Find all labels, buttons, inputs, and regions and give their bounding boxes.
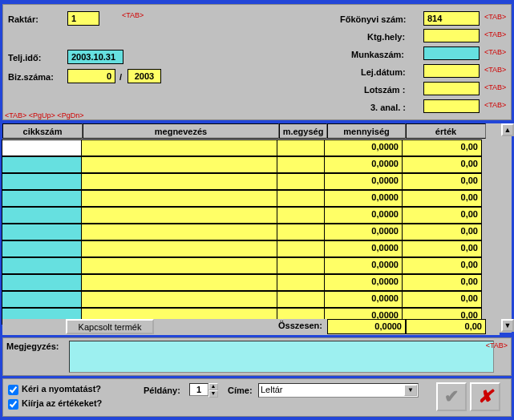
cell-megyseg[interactable] [277,224,325,240]
cell-megyseg[interactable] [277,274,325,291]
cell-mennyiseg[interactable]: 0,0000 [324,224,403,240]
header-mennyiseg[interactable]: mennyiség [327,123,406,139]
cell-megyseg[interactable] [277,156,325,173]
cell-megyseg[interactable] [277,173,325,190]
raktar-field[interactable]: 1 [67,11,99,26]
munkaszam-field[interactable] [423,46,480,60]
cell-mennyiseg[interactable]: 0,0000 [324,207,403,224]
values-checkbox[interactable]: Kiírja az értékeket? [8,398,102,410]
bizszama-field-1[interactable]: 0 [67,69,115,83]
cell-megnevezes[interactable] [81,274,277,291]
cell-megyseg[interactable] [277,139,325,156]
print-checkbox-input[interactable] [8,385,18,395]
cell-cikkszam[interactable] [2,156,82,173]
scroll-up-button[interactable]: ▲ [501,123,514,136]
cell-ertek[interactable]: 0,00 [402,207,482,224]
cell-ertek[interactable]: 0,00 [402,291,482,308]
cell-megnevezes[interactable] [81,207,277,224]
cell-megnevezes[interactable] [81,173,277,190]
ktghely-label: Ktg.hely: [367,32,405,42]
cell-cikkszam[interactable] [2,173,82,190]
cell-ertek[interactable]: 0,00 [402,190,482,207]
cancel-button[interactable]: ✘ [470,382,500,411]
cell-ertek[interactable]: 0,00 [402,274,482,291]
values-checkbox-input[interactable] [8,399,18,410]
ok-button[interactable]: ✔ [436,382,467,411]
cell-ertek[interactable]: 0,00 [402,173,482,190]
print-checkbox[interactable]: Kéri a nyomtatást? [8,384,101,395]
header-megyseg[interactable]: m.egység [279,123,327,139]
cell-cikkszam[interactable] [2,224,82,240]
megjegyzes-field[interactable] [69,341,494,373]
cell-ertek[interactable]: 0,00 [402,156,482,173]
tab-hint-2: <TAB> [484,13,506,21]
cime-label: Címe: [228,386,253,395]
cell-ertek[interactable]: 0,00 [402,139,482,156]
bizszama-sep: / [119,72,122,82]
header-megnevezes[interactable]: megnevezés [83,123,279,139]
combo-dropdown-icon[interactable]: ▼ [404,385,417,396]
cell-cikkszam[interactable] [2,139,82,156]
cell-megyseg[interactable] [277,207,325,224]
cell-megyseg[interactable] [277,190,325,207]
tab-hint-7: <TAB> [484,101,506,109]
cell-ertek[interactable]: 0,00 [402,224,482,240]
cell-cikkszam[interactable] [2,190,82,207]
cell-megnevezes[interactable] [81,257,277,274]
grid-header-row: cikkszámmegnevezésm.egységmennyiségérték [2,123,512,140]
fokonyvi-field[interactable]: 814 [423,11,480,26]
cell-mennyiseg[interactable]: 0,0000 [324,139,403,156]
cell-cikkszam[interactable] [2,207,82,224]
cell-cikkszam[interactable] [2,257,82,274]
anal3-field[interactable] [423,99,480,113]
lejdatum-field[interactable] [423,64,480,78]
tab-hint-notes: <TAB> [486,341,508,349]
cell-mennyiseg[interactable]: 0,0000 [324,274,403,291]
cell-megnevezes[interactable] [81,240,277,257]
kapcsolt-termek-button[interactable]: Kapcsolt termék [66,319,154,334]
header-panel: Raktár: 1 <TAB> Telj.idő: 2003.10.31 Biz… [2,4,512,120]
bizszama-field-2[interactable]: 2003 [127,69,161,83]
ktghely-field[interactable] [423,29,480,42]
cime-value: Leltár [261,385,283,394]
teljido-field[interactable]: 2003.10.31 [67,50,123,64]
table-row: 0,00000,00 [2,258,512,275]
munkaszam-label: Munkaszám: [351,50,404,59]
cell-megnevezes[interactable] [81,156,277,173]
table-row: 0,00000,00 [2,224,512,241]
spin-up-icon[interactable]: ▲ [208,383,218,390]
table-row: 0,00000,00 [2,174,512,191]
cell-mennyiseg[interactable]: 0,0000 [324,190,403,207]
scroll-down-button[interactable]: ▼ [501,319,514,332]
tab-hint-3: <TAB> [484,30,506,38]
cell-megyseg[interactable] [277,291,325,308]
header-cikkszam[interactable]: cikkszám [2,123,83,139]
header-ertek[interactable]: érték [406,123,486,139]
cell-mennyiseg[interactable]: 0,0000 [324,173,403,190]
peldany-input[interactable] [189,383,208,396]
table-row: 0,00000,00 [2,140,512,157]
cell-megnevezes[interactable] [81,190,277,207]
cime-combo[interactable]: Leltár ▼ [258,383,419,398]
osszesen-label: Összesen: [154,319,327,334]
cell-megnevezes[interactable] [81,224,277,240]
cell-megnevezes[interactable] [81,139,277,156]
peldany-spinner[interactable]: ▲▼ [189,383,218,398]
cell-megnevezes[interactable] [81,291,277,308]
cell-mennyiseg[interactable]: 0,0000 [324,257,403,274]
spin-down-icon[interactable]: ▼ [208,390,218,398]
cell-mennyiseg[interactable]: 0,0000 [324,291,403,308]
teljido-label: Telj.idő: [8,53,41,63]
cell-cikkszam[interactable] [2,274,82,291]
cell-ertek[interactable]: 0,00 [402,257,482,274]
cell-megyseg[interactable] [277,257,325,274]
cell-ertek[interactable]: 0,00 [402,240,482,257]
cell-cikkszam[interactable] [2,291,82,308]
lotszam-field[interactable] [423,82,480,95]
cell-mennyiseg[interactable]: 0,0000 [324,156,403,173]
cell-mennyiseg[interactable]: 0,0000 [324,240,403,257]
lotszam-label: Lotszám : [364,85,405,95]
cell-cikkszam[interactable] [2,240,82,257]
fokonyvi-label: Főkönyvi szám: [340,14,407,24]
cell-megyseg[interactable] [277,240,325,257]
